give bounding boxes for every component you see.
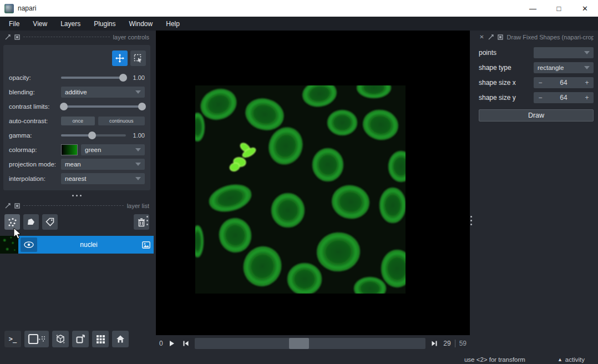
hide-panel-icon[interactable] — [14, 34, 20, 40]
chevron-down-icon — [135, 148, 141, 151]
plugin-panel-body: points shape type rectangle shape size x — [474, 42, 598, 125]
skip-to-end-button[interactable] — [429, 338, 439, 348]
contrast-max-handle[interactable] — [138, 103, 146, 110]
hide-panel-icon[interactable] — [14, 203, 20, 209]
console-button[interactable]: >_ — [4, 331, 21, 347]
left-splitter-handle[interactable] — [146, 216, 148, 225]
hide-panel-icon[interactable] — [498, 34, 504, 40]
ndisplay-toggle-button[interactable] — [24, 331, 49, 347]
gamma-slider[interactable] — [61, 131, 126, 140]
contrast-limits-slider[interactable] — [61, 102, 145, 111]
right-splitter-handle[interactable] — [470, 216, 472, 225]
menu-window[interactable]: Window — [123, 18, 160, 30]
opacity-slider-handle[interactable] — [119, 74, 127, 82]
shape-size-y-label: shape size y — [479, 94, 529, 102]
maximize-button[interactable]: □ — [546, 0, 572, 17]
activity-expand-icon: ▲ — [558, 357, 562, 362]
menu-plugins[interactable]: Plugins — [87, 18, 122, 30]
contrast-limits-row: contrast limits: — [7, 99, 147, 114]
frame-separator — [455, 340, 455, 347]
shape-type-dropdown[interactable]: rectangle — [534, 62, 594, 73]
blending-value: additive — [65, 89, 87, 95]
menu-layers[interactable]: Layers — [54, 18, 87, 30]
activity-button[interactable]: ▲ activity — [558, 356, 585, 363]
dock-splitter-handle[interactable] — [0, 191, 154, 199]
viewer-area: 0 29 59 — [154, 31, 474, 355]
layer-list-buttons — [0, 210, 154, 232]
frame-slider[interactable] — [195, 338, 426, 349]
colormap-gradient-swatch — [61, 144, 78, 155]
points-dropdown[interactable] — [534, 47, 594, 58]
gamma-slider-handle[interactable] — [88, 132, 96, 139]
shape-size-x-label: shape size x — [479, 79, 529, 87]
new-shapes-layer-button[interactable] — [23, 214, 39, 230]
colormap-dropdown[interactable]: green — [81, 144, 145, 155]
shape-size-x-spinbox[interactable]: − 64 + — [534, 77, 594, 88]
home-icon — [115, 334, 125, 344]
increment-button[interactable]: + — [580, 79, 594, 87]
float-panel-icon[interactable] — [488, 34, 494, 40]
opacity-label: opacity: — [9, 74, 58, 81]
transform-mode-button[interactable] — [130, 50, 146, 66]
status-bar: use <2> for transform ▲ activity — [0, 355, 598, 364]
chevron-down-icon — [135, 163, 141, 166]
auto-contrast-continuous-button[interactable]: continuous — [98, 117, 145, 125]
skip-to-start-button[interactable] — [181, 338, 191, 348]
interpolation-label: interpolation: — [9, 175, 58, 182]
points-label: points — [479, 49, 529, 57]
auto-contrast-once-button[interactable]: once — [61, 117, 95, 125]
layer-visibility-button[interactable] — [21, 237, 37, 252]
chevron-down-icon — [584, 66, 590, 69]
float-panel-icon[interactable] — [4, 203, 11, 209]
chevron-down-icon — [135, 90, 141, 94]
menu-help[interactable]: Help — [159, 18, 186, 30]
blending-dropdown[interactable]: additive — [61, 87, 145, 98]
canvas[interactable] — [156, 31, 470, 335]
opacity-value: 1.00 — [129, 74, 145, 81]
menu-file[interactable]: File — [2, 18, 26, 30]
napari-window: napari — □ ✕ File View Layers Plugins Wi… — [0, 0, 598, 364]
shape-size-y-spinbox[interactable]: − 64 + — [534, 92, 594, 103]
title-bar: napari — □ ✕ — [0, 0, 598, 17]
close-panel-icon[interactable]: ✕ — [479, 34, 485, 40]
interpolation-dropdown[interactable]: nearest — [61, 173, 145, 184]
layer-list-header: layer list — [0, 199, 154, 210]
shape-size-y-value[interactable]: 64 — [547, 94, 580, 102]
left-dock: layer controls — [0, 31, 154, 355]
home-reset-view-button[interactable] — [112, 331, 129, 347]
close-button[interactable]: ✕ — [572, 0, 598, 17]
roll-dimensions-button[interactable] — [52, 331, 69, 347]
new-points-layer-button[interactable] — [4, 214, 20, 230]
grid-view-button[interactable] — [92, 331, 109, 347]
frame-slider-handle[interactable] — [289, 338, 309, 349]
ndisplay-2d3d-icon — [27, 333, 46, 345]
layer-row-nuclei[interactable]: nuclei — [0, 236, 154, 254]
colormap-label: colormap: — [9, 146, 58, 153]
opacity-slider[interactable] — [61, 73, 126, 82]
shape-size-x-value[interactable]: 64 — [547, 79, 580, 87]
pan-zoom-mode-button[interactable] — [112, 50, 128, 66]
new-labels-layer-button[interactable] — [42, 214, 58, 230]
play-button[interactable] — [167, 338, 177, 348]
decrement-button[interactable]: − — [534, 94, 547, 102]
float-panel-icon[interactable] — [4, 34, 11, 40]
gamma-row: gamma: 1.00 — [7, 128, 147, 143]
activity-label: activity — [565, 356, 585, 363]
layer-name: nuclei — [37, 241, 140, 249]
plugin-panel-header: ✕ Draw Fixed Shapes (napari-crop — [474, 31, 598, 42]
decrement-button[interactable]: − — [534, 79, 547, 87]
projection-mode-dropdown[interactable]: mean — [61, 159, 145, 170]
right-dock: ✕ Draw Fixed Shapes (napari-crop points — [474, 31, 598, 355]
layer-item-selected[interactable]: nuclei — [18, 236, 154, 254]
draw-button[interactable]: Draw — [479, 109, 594, 122]
projection-mode-row: projection mode: mean — [7, 157, 147, 171]
layer-list-title: layer list — [127, 203, 149, 209]
contrast-min-handle[interactable] — [60, 103, 68, 110]
image-layer-icon — [140, 241, 151, 249]
minimize-button[interactable]: — — [520, 0, 546, 17]
interpolation-value: nearest — [65, 175, 86, 182]
increment-button[interactable]: + — [580, 94, 594, 102]
transpose-dimensions-button[interactable] — [72, 331, 89, 347]
menu-view[interactable]: View — [26, 18, 54, 30]
header-divider — [23, 37, 110, 37]
